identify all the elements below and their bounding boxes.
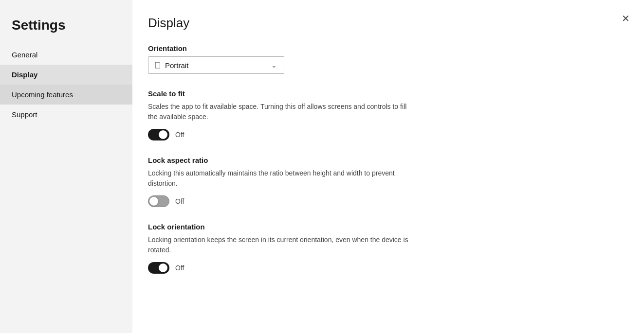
portrait-icon: ⎕ xyxy=(155,61,160,70)
sidebar: Settings General Display Upcoming featur… xyxy=(0,0,132,333)
sidebar-item-upcoming-features-label: Upcoming features xyxy=(12,90,73,99)
scale-to-fit-track xyxy=(148,129,169,140)
sidebar-item-general[interactable]: General xyxy=(0,45,132,65)
section-scale-to-fit: Scale to fit Scales the app to fit avail… xyxy=(148,89,621,140)
scale-to-fit-knob xyxy=(159,130,167,139)
lock-orientation-title: Lock orientation xyxy=(148,223,621,231)
scale-to-fit-description: Scales the app to fit available space. T… xyxy=(148,102,411,122)
lock-orientation-track xyxy=(148,262,169,274)
sidebar-item-support-label: Support xyxy=(12,110,37,119)
lock-aspect-ratio-title: Lock aspect ratio xyxy=(148,156,621,164)
sidebar-item-upcoming-features[interactable]: Upcoming features xyxy=(0,85,132,105)
settings-container: Settings General Display Upcoming featur… xyxy=(0,0,644,333)
scale-to-fit-title: Scale to fit xyxy=(148,89,621,98)
lock-aspect-ratio-description: Locking this automatically maintains the… xyxy=(148,168,411,189)
scale-to-fit-toggle[interactable] xyxy=(148,129,169,140)
lock-aspect-ratio-knob xyxy=(149,197,158,206)
lock-orientation-knob xyxy=(159,263,167,272)
section-lock-orientation: Lock orientation Locking orientation kee… xyxy=(148,223,621,274)
section-lock-aspect-ratio: Lock aspect ratio Locking this automatic… xyxy=(148,156,621,207)
page-title: Display xyxy=(148,16,621,31)
sidebar-item-display-label: Display xyxy=(12,70,37,79)
lock-orientation-toggle-row: Off xyxy=(148,262,621,274)
sidebar-item-support[interactable]: Support xyxy=(0,105,132,124)
lock-aspect-ratio-toggle[interactable] xyxy=(148,195,169,207)
lock-aspect-ratio-track xyxy=(148,195,169,207)
lock-aspect-ratio-toggle-row: Off xyxy=(148,195,621,207)
sidebar-item-display[interactable]: Display xyxy=(0,65,132,85)
main-content: ✕ Display Orientation ⎕ Portrait ⌄ Scale… xyxy=(132,0,644,333)
lock-orientation-toggle-label: Off xyxy=(175,264,184,272)
orientation-title: Orientation xyxy=(148,44,621,53)
lock-aspect-ratio-toggle-label: Off xyxy=(175,197,184,205)
lock-orientation-description: Locking orientation keeps the screen in … xyxy=(148,235,411,255)
orientation-value: Portrait xyxy=(165,61,271,70)
scale-to-fit-toggle-row: Off xyxy=(148,129,621,140)
close-button[interactable]: ✕ xyxy=(617,10,634,27)
section-orientation: Orientation ⎕ Portrait ⌄ xyxy=(148,44,621,74)
chevron-down-icon: ⌄ xyxy=(271,61,277,69)
scale-to-fit-toggle-label: Off xyxy=(175,131,184,139)
sidebar-item-general-label: General xyxy=(12,51,37,59)
lock-orientation-toggle[interactable] xyxy=(148,262,169,274)
orientation-dropdown[interactable]: ⎕ Portrait ⌄ xyxy=(148,56,284,74)
sidebar-title: Settings xyxy=(0,10,132,45)
